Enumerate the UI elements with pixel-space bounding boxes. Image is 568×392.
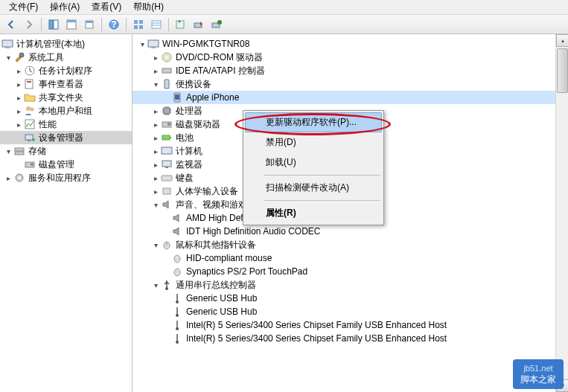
tree-shared[interactable]: 共享文件夹 <box>0 91 132 104</box>
dev-intel-usb[interactable]: Intel(R) 5 Series/3400 Series Chipset Fa… <box>133 332 568 345</box>
twisty-icon[interactable] <box>150 280 161 290</box>
dev-mouse[interactable]: 鼠标和其他指针设备 <box>133 238 568 251</box>
dev-dvd[interactable]: DVD/CD-ROM 驱动器 <box>133 51 568 64</box>
svg-point-60 <box>176 301 179 303</box>
dev-usb-hub[interactable]: Generic USB Hub <box>133 292 568 305</box>
dev-label: DVD/CD-ROM 驱动器 <box>176 51 263 64</box>
portable-icon <box>161 78 173 90</box>
dvd-icon <box>161 51 173 63</box>
twisty-icon[interactable] <box>150 119 161 129</box>
refresh-icon[interactable] <box>173 16 189 33</box>
menu-view[interactable]: 查看(V) <box>86 0 127 15</box>
twisty-icon[interactable] <box>150 199 161 210</box>
twisty-icon[interactable] <box>13 79 24 89</box>
twisty-icon[interactable] <box>3 52 13 62</box>
view-list-icon[interactable] <box>148 16 165 33</box>
menu-help[interactable]: 帮助(H) <box>127 0 170 15</box>
tree-scheduler[interactable]: 任务计划程序 <box>0 64 132 77</box>
dev-synaptics[interactable]: Synaptics PS/2 Port TouchPad <box>133 265 568 278</box>
twisty-icon[interactable] <box>150 106 161 116</box>
ctx-uninstall[interactable]: 卸载(U) <box>245 152 382 173</box>
dev-idt-audio[interactable]: IDT High Definition Audio CODEC <box>133 225 568 238</box>
usb-icon <box>171 319 183 331</box>
dev-label: 键盘 <box>176 172 194 184</box>
dev-label: WIN-PGMKTGTNR08 <box>162 39 249 49</box>
dev-hid-mouse[interactable]: HID-compliant mouse <box>133 251 568 265</box>
uninstall-icon[interactable] <box>208 16 225 33</box>
clock-icon <box>24 65 36 77</box>
dev-apple-iphone[interactable]: Apple iPhone <box>133 91 568 104</box>
tree-diskmgmt[interactable]: 磁盘管理 <box>0 158 132 171</box>
dev-label: Intel(R) 5 Series/3400 Series Chipset Fa… <box>186 333 447 344</box>
twisty-icon[interactable] <box>3 173 13 183</box>
dev-usb[interactable]: 通用串行总线控制器 <box>133 278 568 292</box>
dev-label: Apple iPhone <box>186 92 239 103</box>
svg-rect-3 <box>67 20 76 22</box>
tree-users[interactable]: 本地用户和组 <box>0 104 132 118</box>
twisty-icon[interactable] <box>150 159 161 170</box>
tree-label: 共享文件夹 <box>39 91 83 104</box>
twisty-icon[interactable] <box>150 186 161 196</box>
ctx-scan-hardware[interactable]: 扫描检测硬件改动(A) <box>245 178 382 198</box>
svg-point-47 <box>167 123 170 126</box>
computer-icon <box>147 38 159 50</box>
svg-rect-11 <box>139 25 143 29</box>
mouse-icon <box>161 239 173 251</box>
twisty-icon[interactable] <box>150 240 161 250</box>
twisty-icon[interactable] <box>13 106 24 116</box>
scroll-thumb[interactable] <box>557 48 568 93</box>
ctx-disable[interactable]: 禁用(D) <box>245 132 382 152</box>
dev-intel-usb[interactable]: Intel(R) 5 Series/3400 Series Chipset Fa… <box>133 318 568 332</box>
ctx-properties[interactable]: 属性(R) <box>245 203 382 223</box>
twisty-icon[interactable] <box>137 39 147 49</box>
twisty-icon[interactable] <box>150 65 161 76</box>
twisty-icon[interactable] <box>150 52 161 62</box>
menu-file[interactable]: 文件(F) <box>3 0 44 15</box>
vertical-scrollbar[interactable]: ▴ ▾ <box>555 34 568 392</box>
dev-label: 电池 <box>176 132 194 144</box>
dev-ide[interactable]: IDE ATA/ATAPI 控制器 <box>133 64 568 77</box>
ctx-label: 属性(R) <box>266 208 296 218</box>
tree-eventviewer[interactable]: 事件查看器 <box>0 77 132 91</box>
toolbar: ? <box>0 15 568 34</box>
tree-services[interactable]: 服务和应用程序 <box>0 171 132 184</box>
tree-label: 磁盘管理 <box>39 158 74 171</box>
tree-system-tools[interactable]: 系统工具 <box>0 51 132 64</box>
twisty-icon[interactable] <box>13 92 24 103</box>
usb-icon <box>171 292 183 304</box>
scroll-up-icon[interactable]: ▴ <box>556 34 568 47</box>
svg-rect-29 <box>28 140 31 141</box>
twisty-icon[interactable] <box>13 65 24 76</box>
svg-rect-8 <box>134 20 138 24</box>
tree-device-manager[interactable]: 设备管理器 <box>0 131 132 144</box>
twisty-icon[interactable] <box>150 146 161 156</box>
scan-icon[interactable] <box>191 16 207 33</box>
svg-rect-0 <box>49 20 53 29</box>
separator <box>101 18 102 31</box>
svg-rect-38 <box>151 47 156 48</box>
twisty-icon[interactable] <box>150 173 161 183</box>
svg-rect-27 <box>25 120 34 129</box>
tree-performance[interactable]: 性能 <box>0 118 132 131</box>
dev-label: IDE ATA/ATAPI 控制器 <box>176 65 265 77</box>
dev-portable[interactable]: 便携设备 <box>133 77 568 91</box>
twisty-icon[interactable] <box>3 146 13 156</box>
tools-icon <box>13 51 25 63</box>
export-icon[interactable] <box>81 16 98 33</box>
help-icon[interactable]: ? <box>106 16 122 33</box>
ctx-update-driver[interactable]: 更新驱动程序软件(P)... <box>245 112 382 132</box>
properties-icon[interactable] <box>63 16 80 33</box>
twisty-icon[interactable] <box>150 79 161 89</box>
twisty-icon[interactable] <box>150 132 161 143</box>
show-hide-icon[interactable] <box>45 16 62 33</box>
back-icon[interactable] <box>3 16 19 33</box>
menu-action[interactable]: 操作(A) <box>44 0 86 15</box>
tree-storage[interactable]: 存储 <box>0 144 132 158</box>
view-large-icon[interactable] <box>130 16 147 33</box>
dev-usb-hub[interactable]: Generic USB Hub <box>133 305 568 318</box>
twisty-icon[interactable] <box>13 119 24 129</box>
forward-icon[interactable] <box>21 16 37 33</box>
device-icon <box>171 91 183 103</box>
dev-host[interactable]: WIN-PGMKTGTNR08 <box>133 37 568 51</box>
tree-root[interactable]: 计算机管理(本地) <box>0 37 132 51</box>
